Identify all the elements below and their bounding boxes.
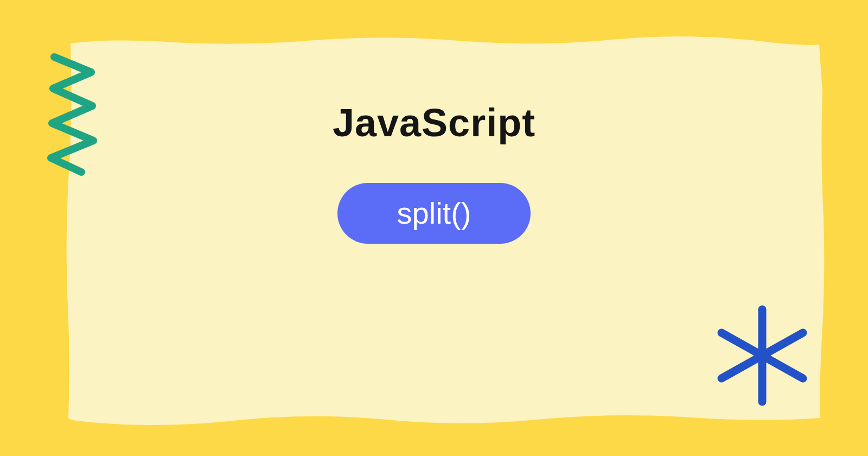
page-title: JavaScript [333,100,535,145]
asterisk-decoration [708,301,816,410]
zigzag-decoration [43,52,103,176]
method-pill: split() [337,183,531,244]
